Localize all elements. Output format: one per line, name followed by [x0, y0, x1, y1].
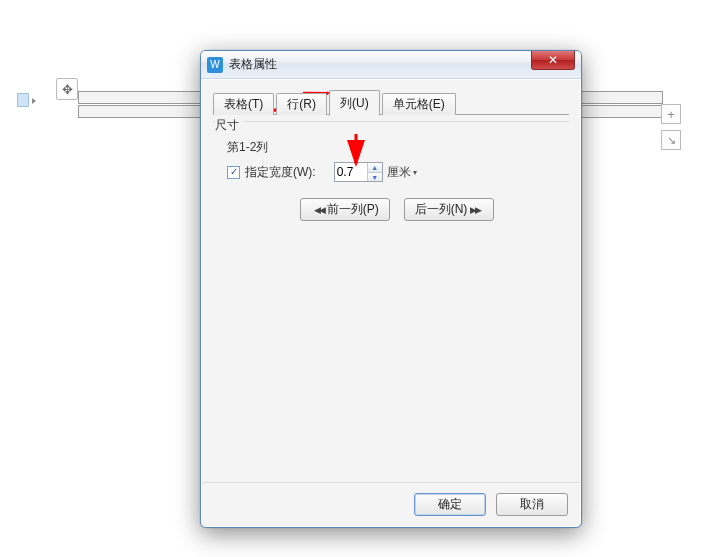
dialog-footer: 确定 取消 — [202, 482, 580, 526]
width-input[interactable] — [335, 163, 367, 181]
cancel-button[interactable]: 取消 — [496, 493, 568, 516]
document-icon — [17, 93, 29, 107]
specify-width-label: 指定宽度(W): — [245, 164, 316, 181]
prev-column-label: 前一列(P) — [327, 201, 379, 218]
size-fieldset: 尺寸 第1-2列 指定宽度(W): ▲ ▼ 厘米 — [213, 121, 569, 221]
chevron-right-icon: ▶▶ — [470, 205, 480, 215]
titlebar[interactable]: W 表格属性 ✕ — [201, 51, 581, 79]
width-spinner[interactable]: ▲ ▼ — [334, 162, 383, 182]
next-column-button[interactable]: 后一列(N) ▶▶ — [404, 198, 495, 221]
table-move-handle[interactable]: ✥ — [56, 78, 78, 100]
resize-handle[interactable]: ↘ — [661, 130, 681, 150]
app-icon: W — [207, 57, 223, 73]
spin-down-button[interactable]: ▼ — [368, 172, 382, 181]
add-row-handle[interactable]: + — [661, 104, 681, 124]
spin-up-button[interactable]: ▲ — [368, 163, 382, 172]
unit-dropdown[interactable]: 厘米 — [387, 164, 417, 181]
specify-width-checkbox[interactable] — [227, 166, 240, 179]
tab-row[interactable]: 行(R) — [276, 93, 327, 115]
chevron-left-icon: ◀◀ — [314, 205, 324, 215]
tab-cell[interactable]: 单元格(E) — [382, 93, 456, 115]
dialog-title: 表格属性 — [229, 56, 277, 73]
next-column-label: 后一列(N) — [415, 201, 468, 218]
tabstrip: 表格(T) 行(R) 列(U) 单元格(E) — [213, 89, 569, 115]
tab-table[interactable]: 表格(T) — [213, 93, 274, 115]
table-properties-dialog: W 表格属性 ✕ 表格(T) 行(R) 列(U) 单元格(E) 尺寸 第1-2列… — [200, 50, 582, 528]
ok-button[interactable]: 确定 — [414, 493, 486, 516]
column-range-label: 第1-2列 — [227, 139, 567, 156]
prev-column-button[interactable]: ◀◀ 前一列(P) — [300, 198, 390, 221]
size-legend: 尺寸 — [215, 117, 243, 134]
close-button[interactable]: ✕ — [531, 51, 575, 70]
tab-column[interactable]: 列(U) — [329, 90, 380, 116]
close-icon: ✕ — [548, 53, 558, 67]
